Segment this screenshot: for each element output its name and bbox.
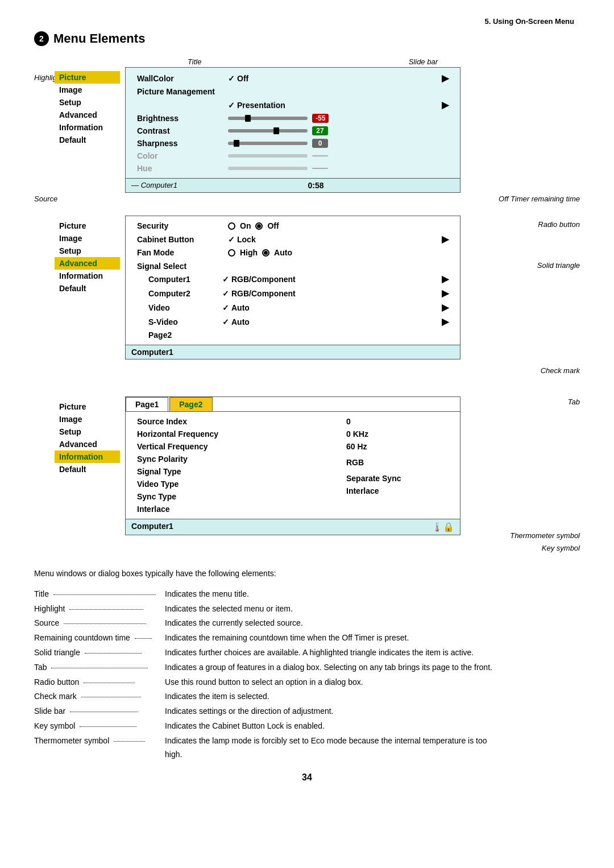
video-type-row: Video Type: [131, 478, 329, 490]
video-arrow: ▶: [442, 302, 449, 313]
sync-type-label: Sync Type: [137, 492, 176, 501]
source-index-label: Source Index: [137, 417, 187, 426]
brightness-row: Brightness -55: [131, 112, 454, 125]
wallcolor-row: WallColor ✓ Off ▶: [131, 71, 454, 85]
comp1-arrow: ▶: [442, 274, 449, 284]
signal-select-label: Signal Select: [137, 262, 186, 271]
source-ann-label: Source: [34, 195, 57, 203]
offtimer-label: Off Timer remaining time: [499, 195, 580, 203]
security-off-label: Off: [267, 221, 279, 230]
page2-label: Page2: [148, 330, 222, 340]
security-on-label: On: [240, 221, 251, 230]
page-section-header: 5. Using On-Screen Menu: [34, 17, 580, 26]
diag3-data-grid: Source Index Horizontal Frequency Vertic…: [131, 415, 454, 515]
check-mark-ann-label: Check mark: [541, 366, 580, 375]
fanmode-row: Fan Mode High Auto: [131, 246, 454, 259]
page-number: 34: [34, 772, 580, 783]
sidebar-item-information: Information: [55, 121, 120, 134]
picmgmt-arrow: ▶: [442, 100, 449, 110]
video-type-label: Video Type: [137, 480, 179, 489]
source-index-val-row: 0: [341, 415, 454, 428]
security-label: Security: [137, 221, 228, 230]
sidebar-item-image: Image: [55, 84, 120, 96]
desc-item-tab: Tab Indicates a group of features in a d…: [34, 661, 580, 675]
brightness-label: Brightness: [137, 114, 228, 123]
diagram1: Title Slide bar Highlight —— Picture Ima…: [34, 57, 580, 205]
signal-type-row: Signal Type: [131, 465, 329, 478]
svideo-row: S-Video ✓ Auto ▶: [131, 315, 454, 329]
cabinet-arrow: ▶: [442, 234, 449, 245]
source-label: — Computer1: [131, 181, 177, 190]
contrast-label: Contrast: [137, 126, 228, 135]
diag1-sidebar: Picture Image Setup Advanced Information…: [55, 68, 120, 150]
sharpness-slider: [228, 142, 308, 145]
fan-label: Fan Mode: [137, 248, 228, 257]
tab-page1[interactable]: Page1: [126, 397, 168, 411]
brightness-slider: [228, 117, 308, 120]
diag2-content: Security On Off Cabinet Button ✓ Lock ▶: [126, 216, 460, 345]
cabinet-label: Cabinet Button: [137, 235, 228, 244]
page2-row: Page2: [131, 329, 454, 341]
contrast-badge: 27: [312, 126, 328, 135]
sharpness-row: Sharpness 0: [131, 137, 454, 150]
desc-item-title: Title Indicates the menu title.: [34, 588, 580, 601]
label-slidebar: Slide bar: [409, 57, 438, 66]
d2-source: Computer1: [131, 348, 173, 357]
video-row: Video ✓ Auto ▶: [131, 300, 454, 315]
solid-triangle-ann-label: Solid triangle: [537, 261, 580, 270]
d3-sidebar-image: Image: [55, 413, 120, 425]
desc-item-key: Key symbol Indicates the Cabinet Button …: [34, 720, 580, 733]
comp2-value: RGB/Component: [231, 289, 296, 298]
section-title: 2 Menu Elements: [34, 31, 580, 46]
fan-high-label: High: [240, 248, 258, 257]
diag3-sidebar: Picture Image Setup Advanced Information…: [55, 397, 120, 479]
diag3-tabbar: Page1 Page2: [126, 397, 460, 412]
contrast-thumb: [273, 127, 279, 134]
vert-freq-row: Vertical Frequency: [131, 440, 329, 453]
horiz-freq-row: Horizontal Frequency: [131, 428, 329, 440]
horiz-freq-val-row: 0 KHz: [341, 428, 454, 440]
cabinet-value: Lock: [237, 235, 256, 244]
desc-item-slidebar: Slide bar Indicates settings or the dire…: [34, 705, 580, 718]
signal-select-row: Signal Select: [131, 259, 454, 272]
d3-sidebar-advanced: Advanced: [55, 438, 120, 450]
diag3-statusbar: Computer1 🌡️🔒: [126, 519, 460, 535]
svideo-value: Auto: [231, 317, 250, 326]
svideo-label: S-Video: [148, 317, 222, 326]
video-label: Video: [148, 303, 222, 312]
comp1-row: Computer1 ✓ RGB/Component ▶: [131, 272, 454, 286]
tab-page2[interactable]: Page2: [169, 397, 212, 411]
desc-item-checkmark: Check mark Indicates the item is selecte…: [34, 690, 580, 704]
d3-sidebar-setup: Setup: [55, 425, 120, 438]
diag1-content: WallColor ✓ Off ▶ Picture Management ✓ P…: [126, 68, 460, 178]
sharpness-label: Sharpness: [137, 139, 228, 148]
signal-type-label: Signal Type: [137, 467, 181, 476]
diag1-header-labels: Title Slide bar: [125, 57, 460, 66]
picmgmt-label: Picture Management: [137, 87, 228, 96]
desc-item-solid-triangle: Solid triangle Indicates further choices…: [34, 646, 580, 660]
diag3-labels-col: Source Index Horizontal Frequency Vertic…: [131, 415, 329, 515]
comp2-label: Computer2: [148, 289, 222, 298]
brightness-thumb: [245, 115, 251, 122]
comp1-label: Computer1: [148, 275, 222, 284]
sync-type-row: Sync Type: [131, 490, 329, 503]
picmgmt-check: ✓: [228, 101, 235, 110]
diag1-statusbar: — Computer1 0:58: [126, 178, 460, 192]
timer-value: 0:58: [308, 181, 323, 190]
fan-radio-group: High Auto: [228, 248, 292, 257]
comp2-row: Computer2 ✓ RGB/Component ▶: [131, 286, 454, 300]
video-check: ✓: [222, 303, 229, 312]
comp2-check: ✓: [222, 289, 229, 298]
comp2-arrow: ▶: [442, 288, 449, 299]
desc-intro: Menu windows or dialog boxes typically h…: [34, 567, 580, 581]
fan-auto-label: Auto: [274, 248, 292, 257]
sidebar-item-advanced: Advanced: [55, 109, 120, 121]
contrast-row: Contrast 27: [131, 125, 454, 137]
cabinet-check: ✓: [228, 235, 235, 244]
d2-sidebar-information: Information: [55, 270, 120, 282]
video-value: Auto: [231, 303, 250, 312]
picmgmt-row: Picture Management: [131, 85, 454, 98]
horiz-freq-label: Horizontal Frequency: [137, 429, 218, 439]
thermo-ann-label: Thermometer symbol: [510, 531, 580, 540]
svideo-check: ✓: [222, 317, 229, 326]
